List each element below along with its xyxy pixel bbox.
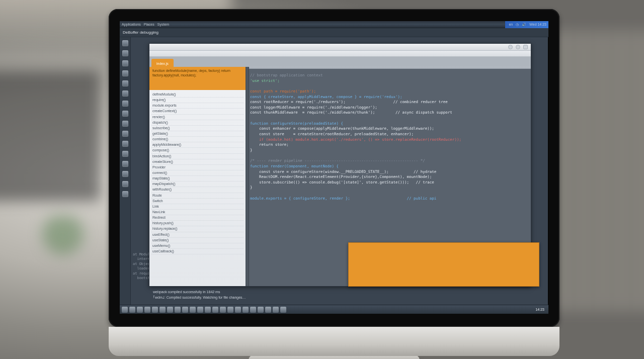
- monitor-stand: [249, 355, 420, 359]
- outline-item[interactable]: history.push(): [151, 221, 244, 226]
- minimize-icon[interactable]: [508, 45, 513, 49]
- dock-app-icon[interactable]: [122, 161, 128, 167]
- os-menu-item[interactable]: Places: [144, 23, 154, 26]
- outline-item[interactable]: compose(): [151, 148, 244, 153]
- outline-item[interactable]: require(): [151, 98, 244, 103]
- os-top-panel[interactable]: Applications Places System en ◷ 🔊 Wed 14…: [120, 21, 548, 28]
- dock-app-icon[interactable]: [122, 141, 128, 147]
- outline-item[interactable]: connect(): [151, 170, 244, 176]
- os-taskbar[interactable]: 14:23: [120, 305, 548, 314]
- editor-tabstrip[interactable]: index.js: [149, 57, 531, 67]
- notification-panel[interactable]: [348, 242, 539, 287]
- outline-item[interactable]: history.replace(): [151, 226, 244, 232]
- outline-item[interactable]: Redirect: [151, 215, 244, 221]
- close-icon[interactable]: [523, 45, 528, 49]
- outline-item[interactable]: dispatch(): [151, 120, 244, 126]
- os-menu-item[interactable]: System: [157, 23, 169, 26]
- os-indicator[interactable]: en: [509, 23, 513, 26]
- taskbar-app-icon[interactable]: [159, 307, 166, 313]
- outline-item[interactable]: createContext(): [151, 109, 244, 114]
- dock-app-icon[interactable]: [122, 171, 128, 177]
- editor-toolbar[interactable]: [149, 51, 531, 57]
- outline-item[interactable]: useState(): [151, 238, 244, 243]
- maximize-icon[interactable]: [516, 45, 520, 49]
- taskbar-app-icon[interactable]: [212, 307, 218, 313]
- app-title: DeBoffer debugging: [123, 30, 158, 35]
- output-line: webpack compiled successfully in 1842 ms: [153, 290, 527, 295]
- dock-app-icon[interactable]: [122, 191, 128, 197]
- taskbar-app-icon[interactable]: [144, 307, 150, 313]
- taskbar-app-icon[interactable]: [137, 307, 143, 313]
- taskbar-app-icon[interactable]: [258, 307, 264, 313]
- taskbar-app-icon[interactable]: [129, 307, 135, 313]
- dock-app-icon[interactable]: [122, 101, 128, 107]
- taskbar-app-icon[interactable]: [190, 307, 196, 313]
- editor-titlebar[interactable]: [149, 44, 531, 51]
- outline-item[interactable]: withRouter(): [151, 187, 244, 193]
- dock-app-icon[interactable]: [122, 121, 128, 127]
- taskbar-app-icon[interactable]: [182, 307, 188, 313]
- outline-item[interactable]: Route: [151, 193, 244, 199]
- taskbar-app-icon[interactable]: [265, 307, 271, 313]
- outline-item[interactable]: NavLink: [151, 210, 244, 215]
- dock-app-icon[interactable]: [122, 50, 128, 56]
- taskbar-app-icon[interactable]: [167, 307, 173, 313]
- outline-item[interactable]: render(): [151, 115, 244, 120]
- os-indicator[interactable]: 🔊: [522, 23, 526, 27]
- sidebar-banner: function defineModule(name, deps, factor…: [149, 67, 246, 90]
- editor-ruler: [249, 67, 531, 69]
- outline-item[interactable]: Provider: [151, 165, 244, 170]
- outline-item[interactable]: Link: [151, 204, 244, 210]
- monitor-bezel: Applications Places System en ◷ 🔊 Wed 14…: [109, 9, 559, 327]
- outline-item[interactable]: getState(): [151, 131, 244, 137]
- line-gutter[interactable]: [246, 67, 249, 286]
- dock-app-icon[interactable]: [122, 91, 128, 97]
- taskbar-app-icon[interactable]: [205, 307, 211, 313]
- os-clock[interactable]: Wed 14:23: [529, 23, 546, 26]
- outline-item[interactable]: subscribe(): [151, 126, 244, 131]
- build-output: webpack compiled successfully in 1842 ms…: [149, 287, 531, 300]
- taskbar-app-icon[interactable]: [280, 307, 286, 313]
- taskbar-app-icon[interactable]: [273, 307, 279, 313]
- taskbar-app-icon[interactable]: [152, 307, 158, 313]
- code-area[interactable]: // bootstrap application context 'use st…: [250, 73, 528, 201]
- taskbar-app-icon[interactable]: [235, 307, 241, 313]
- taskbar-app-icon[interactable]: [243, 307, 249, 313]
- desktop-screen: Applications Places System en ◷ 🔊 Wed 14…: [120, 21, 548, 314]
- outline-item[interactable]: combine(): [151, 137, 244, 142]
- outline-item[interactable]: Switch: [151, 199, 244, 204]
- outline-item[interactable]: bindAction(): [151, 154, 244, 159]
- outline-item[interactable]: useEffect(): [151, 232, 244, 238]
- outline-item[interactable]: useMemo(): [151, 243, 244, 249]
- app-titlebar: DeBoffer debugging: [120, 28, 548, 37]
- taskbar-app-icon[interactable]: [175, 307, 181, 313]
- dock-app-icon[interactable]: [122, 40, 128, 46]
- taskbar-app-icon[interactable]: [122, 307, 128, 313]
- dock-app-icon[interactable]: [122, 131, 128, 137]
- outline-item[interactable]: mapDispatch(): [151, 182, 244, 187]
- outline-item[interactable]: useCallback(): [151, 249, 244, 254]
- editor-sidebar[interactable]: function defineModule(name, deps, factor…: [149, 67, 246, 286]
- output-line: ｢wdm｣: Compiled successfully. Watching f…: [153, 295, 527, 301]
- os-indicator[interactable]: ◷: [516, 23, 519, 27]
- symbol-outline[interactable]: defineModule()require()module.exportscre…: [149, 90, 246, 286]
- taskbar-app-icon[interactable]: [250, 307, 256, 313]
- outline-item[interactable]: applyMiddleware(): [151, 142, 244, 148]
- editor-tab-active[interactable]: index.js: [151, 59, 174, 67]
- outline-item[interactable]: mapState(): [151, 176, 244, 182]
- taskbar-app-icon[interactable]: [227, 307, 233, 313]
- outline-item[interactable]: defineModule(): [151, 92, 244, 98]
- os-menu-item[interactable]: Applications: [122, 23, 141, 26]
- dock-app-icon[interactable]: [122, 111, 128, 117]
- outline-item[interactable]: module.exports: [151, 103, 244, 109]
- taskbar-app-icon[interactable]: [197, 307, 203, 313]
- taskbar-clock[interactable]: 14:23: [535, 308, 544, 311]
- dock-app-icon[interactable]: [122, 151, 128, 157]
- dock-app-icon[interactable]: [122, 181, 128, 187]
- outline-item[interactable]: createStore(): [151, 159, 244, 165]
- dock-app-icon[interactable]: [122, 80, 128, 86]
- taskbar-app-icon[interactable]: [220, 307, 226, 313]
- os-dock[interactable]: [120, 37, 131, 305]
- dock-app-icon[interactable]: [122, 70, 128, 76]
- dock-app-icon[interactable]: [122, 60, 128, 66]
